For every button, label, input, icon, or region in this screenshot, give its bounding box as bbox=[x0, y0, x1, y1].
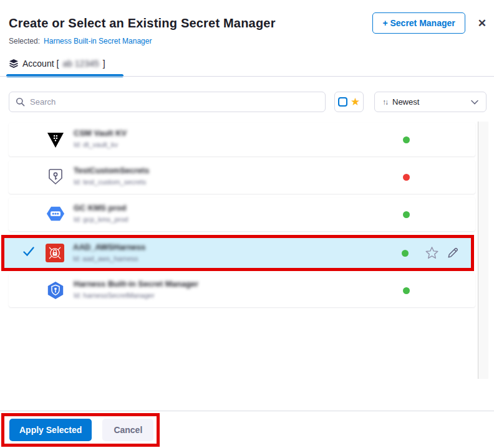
sort-dropdown[interactable]: ↑↓ Newest bbox=[374, 92, 487, 112]
list-scrollbar[interactable] bbox=[478, 122, 488, 379]
aws-secrets-manager-icon bbox=[46, 244, 64, 262]
secret-manager-dialog: Create or Select an Existing Secret Mana… bbox=[0, 0, 494, 448]
gcp-kms-icon bbox=[46, 205, 65, 224]
search-input[interactable] bbox=[30, 97, 319, 107]
tab-account-bracket-close: ] bbox=[103, 59, 105, 69]
sort-arrows-icon: ↑↓ bbox=[382, 98, 387, 107]
secret-manager-id: Id: dt_vault_kv bbox=[74, 141, 127, 148]
search-icon bbox=[16, 97, 25, 107]
status-dot-green bbox=[403, 211, 410, 218]
favorites-checkbox[interactable] bbox=[338, 97, 347, 107]
tab-account-label: Account [ bbox=[22, 59, 59, 69]
secret-manager-name: GC KMS prod bbox=[74, 203, 128, 212]
status-dot-green bbox=[403, 287, 410, 294]
list-item-texts: GC KMS prod Id: gcp_kms_prod bbox=[74, 203, 128, 223]
status-dot-green bbox=[403, 136, 410, 143]
chevron-down-icon bbox=[471, 100, 478, 105]
sort-selected-value: Newest bbox=[392, 97, 419, 107]
tab-account-count-redacted: ab 12345 bbox=[62, 59, 99, 69]
list-item-texts: Harness Built-in Secret Manager Id: harn… bbox=[74, 279, 198, 299]
secret-manager-name: Harness Built-in Secret Manager bbox=[74, 279, 198, 288]
apply-selected-button[interactable]: Apply Selected bbox=[9, 419, 92, 441]
secret-manager-id: Id: aad_aws_harness bbox=[73, 255, 145, 262]
secret-manager-name: CSM Vault KV bbox=[74, 128, 127, 138]
list-item-aws-selected[interactable]: AAD_AWSHarness Id: aad_aws_harness bbox=[1, 235, 474, 271]
list-item-gcp-kms[interactable]: GC KMS prod Id: gcp_kms_prod bbox=[9, 198, 475, 231]
footer-actions-annotation-box: Apply Selected Cancel bbox=[1, 413, 160, 447]
favorite-star-icon: ★ bbox=[351, 97, 360, 107]
harness-secret-manager-icon bbox=[46, 281, 65, 300]
search-box bbox=[9, 92, 326, 112]
list-item-custom-secrets[interactable]: TestCustomSecrets Id: test_custom_secret… bbox=[9, 160, 475, 194]
tabs-divider bbox=[0, 76, 494, 77]
edit-pencil-icon[interactable] bbox=[447, 247, 459, 259]
selected-label: Selected: bbox=[9, 37, 40, 45]
favorite-star-outline-icon[interactable] bbox=[425, 246, 439, 260]
check-icon bbox=[22, 246, 35, 257]
custom-secret-manager-icon bbox=[46, 168, 65, 186]
tab-account[interactable]: Account [ab 12345] bbox=[9, 59, 105, 69]
favorites-filter[interactable]: ★ bbox=[334, 92, 364, 112]
list-item-texts: AAD_AWSHarness Id: aad_aws_harness bbox=[73, 242, 145, 262]
selected-secret-manager-link[interactable]: Harness Built-in Secret Manager bbox=[44, 37, 152, 45]
new-secret-manager-button[interactable]: + Secret Manager bbox=[372, 12, 465, 34]
selected-summary: Selected:Harness Built-in Secret Manager bbox=[9, 37, 152, 45]
secret-manager-id: Id: harnessSecretManager bbox=[74, 292, 198, 299]
vault-icon bbox=[46, 130, 65, 149]
close-icon[interactable]: ✕ bbox=[478, 18, 487, 29]
layers-icon bbox=[9, 59, 19, 69]
status-dot-green bbox=[402, 250, 409, 257]
secret-manager-name: TestCustomSecrets bbox=[74, 166, 149, 175]
page-title: Create or Select an Existing Secret Mana… bbox=[9, 16, 372, 31]
list-item-texts: TestCustomSecrets Id: test_custom_secret… bbox=[74, 166, 149, 186]
footer-divider bbox=[0, 411, 494, 411]
list-item-texts: CSM Vault KV Id: dt_vault_kv bbox=[74, 128, 127, 148]
list-item-vault[interactable]: CSM Vault KV Id: dt_vault_kv bbox=[9, 123, 475, 156]
secret-manager-list: CSM Vault KV Id: dt_vault_kv TestCustomS… bbox=[0, 122, 494, 379]
dialog-header: Create or Select an Existing Secret Mana… bbox=[9, 12, 487, 34]
secret-manager-id: Id: gcp_kms_prod bbox=[74, 216, 128, 223]
secret-manager-id: Id: test_custom_secrets bbox=[74, 178, 149, 186]
cancel-button[interactable]: Cancel bbox=[102, 419, 153, 441]
secret-manager-name: AAD_AWSHarness bbox=[73, 242, 145, 252]
status-dot-red bbox=[403, 174, 410, 181]
list-item-harness-builtin[interactable]: Harness Built-in Secret Manager Id: harn… bbox=[9, 274, 475, 307]
